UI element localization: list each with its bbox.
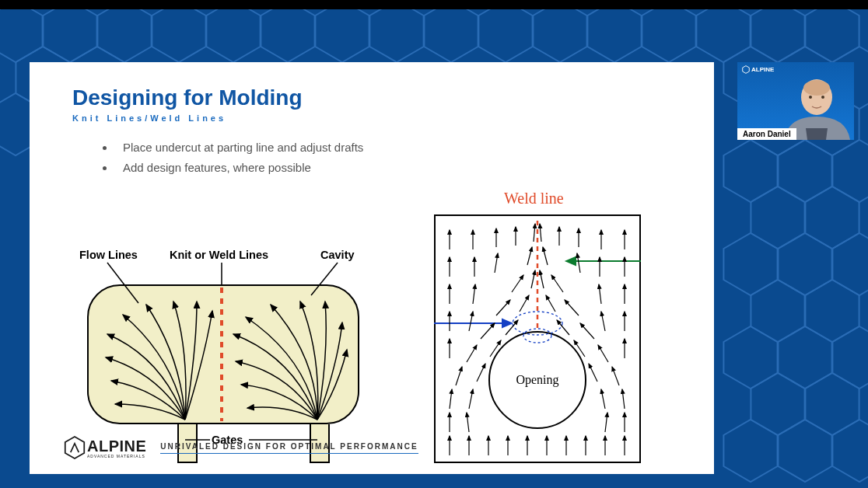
speaker-webcam: ALPINE Aaron Daniel bbox=[737, 62, 854, 140]
logo-brand-sub: ADVANCED MATERIALS bbox=[87, 454, 146, 458]
weld-line-title: Weld line bbox=[504, 190, 564, 207]
footer-tagline: UNRIVALED DESIGN FOR OPTIMAL PERFORMANCE bbox=[160, 442, 418, 454]
svg-line-0 bbox=[107, 263, 138, 303]
weld-line-diagram: Weld line Opening bbox=[403, 186, 652, 466]
flow-arrows-left bbox=[68, 233, 380, 466]
bullet-item: Add design features, where possible bbox=[115, 160, 395, 176]
logo-hexagon-icon bbox=[742, 65, 750, 74]
svg-line-2 bbox=[311, 263, 338, 295]
opening-circle: Opening bbox=[488, 331, 586, 429]
logo-hexagon-icon bbox=[64, 435, 86, 460]
presentation-slide: Designing for Molding Knit Lines/Weld Li… bbox=[30, 62, 714, 474]
slide-subtitle: Knit Lines/Weld Lines bbox=[72, 113, 671, 123]
svg-point-77 bbox=[803, 80, 830, 96]
logo-brand-name: ALPINE bbox=[87, 437, 146, 455]
bullet-item: Place undercut at parting line and adjus… bbox=[115, 140, 395, 155]
alpine-logo: ALPINE ADVANCED MATERIALS bbox=[64, 435, 146, 460]
svg-point-79 bbox=[821, 96, 824, 99]
webcam-brand-logo: ALPINE bbox=[742, 65, 774, 74]
video-top-bar bbox=[0, 0, 868, 9]
cavity-diagram: Flow Lines Knit or Weld Lines Cavity Gat… bbox=[68, 233, 380, 458]
slide-title: Designing for Molding bbox=[72, 85, 671, 110]
bullet-list: Place undercut at parting line and adjus… bbox=[84, 140, 671, 175]
slide-footer: ALPINE ADVANCED MATERIALS UNRIVALED DESI… bbox=[64, 435, 418, 460]
opening-label: Opening bbox=[516, 373, 558, 387]
diagram-container: Flow Lines Knit or Weld Lines Cavity Gat… bbox=[68, 186, 652, 466]
speaker-name-tag: Aaron Daniel bbox=[737, 128, 796, 140]
svg-point-78 bbox=[809, 96, 812, 99]
